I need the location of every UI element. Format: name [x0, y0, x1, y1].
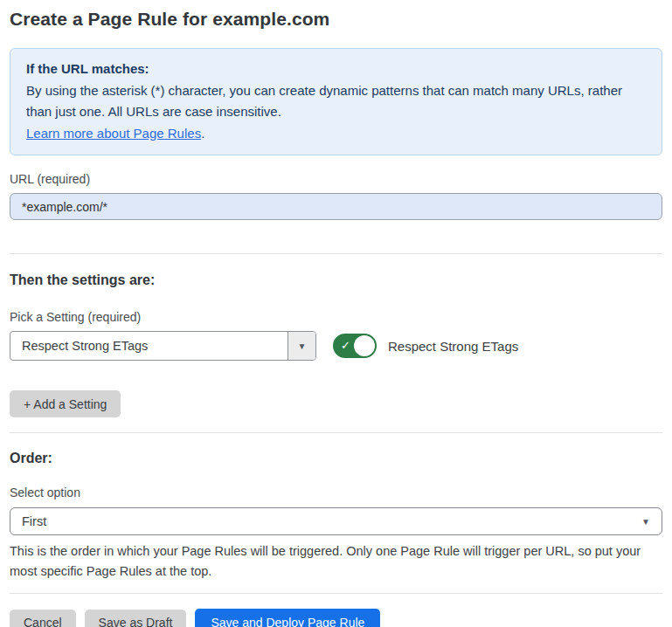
save-deploy-button[interactable]: Save and Deploy Page Rule [195, 609, 380, 627]
setting-select-value: Respect Strong ETags [10, 332, 288, 360]
info-box-heading: If the URL matches: [26, 59, 646, 80]
cancel-button[interactable]: Cancel [10, 610, 76, 627]
toggle-knob [354, 335, 375, 356]
order-select[interactable]: First ▼ [10, 507, 662, 535]
learn-more-link[interactable]: Learn more about Page Rules [26, 126, 201, 141]
order-select-label: Select option [10, 486, 662, 500]
url-input[interactable] [10, 193, 662, 220]
setting-row: Respect Strong ETags ▼ ✓ Respect Strong … [10, 331, 662, 361]
info-box-link-line: Learn more about Page Rules. [26, 123, 646, 145]
setting-select[interactable]: Respect Strong ETags ▼ [10, 331, 316, 361]
setting-toggle[interactable]: ✓ [333, 334, 377, 358]
check-icon: ✓ [341, 340, 350, 351]
settings-section-heading: Then the settings are: [10, 272, 662, 288]
order-select-value: First [22, 514, 641, 528]
section-divider [10, 432, 662, 433]
section-divider [10, 253, 662, 254]
section-divider [10, 593, 662, 594]
order-section-heading: Order: [10, 451, 662, 466]
setting-select-arrow-button[interactable]: ▼ [288, 332, 315, 360]
create-page-rule-panel: Create a Page Rule for example.com If th… [0, 0, 672, 627]
url-field-label: URL (required) [10, 172, 662, 186]
pick-setting-label: Pick a Setting (required) [10, 310, 662, 324]
info-box-body: By using the asterisk (*) character, you… [26, 80, 646, 123]
save-draft-button[interactable]: Save as Draft [85, 610, 187, 627]
toggle-label: Respect Strong ETags [388, 339, 518, 354]
link-period: . [201, 126, 204, 141]
chevron-down-icon: ▼ [641, 517, 650, 527]
footer-actions: Cancel Save as Draft Save and Deploy Pag… [10, 609, 662, 627]
add-setting-button[interactable]: + Add a Setting [10, 390, 121, 417]
order-help-text: This is the order in which your Page Rul… [10, 541, 661, 582]
chevron-down-icon: ▼ [298, 341, 307, 351]
url-match-info-box: If the URL matches: By using the asteris… [10, 48, 662, 155]
page-title: Create a Page Rule for example.com [10, 9, 662, 30]
